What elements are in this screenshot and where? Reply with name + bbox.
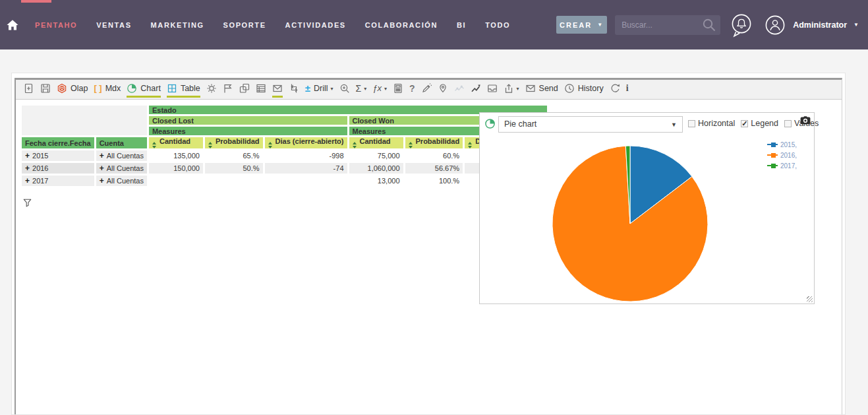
expand-cuenta-2017[interactable]: +All Cuentas [96,176,147,186]
checkbox-horizontal[interactable] [688,120,695,127]
toolbar-table-button[interactable]: Table [167,83,200,98]
new-report-icon [24,83,34,94]
pivot-cell: 150,000 [149,163,203,174]
pivot-measure-column-header[interactable]: Cantidad [349,137,403,148]
toolbar-sparkline-button [454,83,465,98]
toolbar-copy-button[interactable] [239,83,250,98]
table-icon [167,83,177,94]
filter-funnel-icon[interactable] [23,198,32,210]
toolbar-sigma-button[interactable]: Σ▾ [356,83,367,98]
toolbar-question-button[interactable]: ? [409,83,415,98]
pivot-cell: 1,060,000 [349,163,403,174]
chart-option-label: Horizontal [698,119,735,128]
zoom-in-icon [339,83,350,94]
expand-year-2017[interactable]: +2017 [22,176,94,186]
copy-icon [239,83,250,94]
toolbar-new-report-button[interactable] [24,83,34,98]
list-icon [256,83,266,94]
toolbar-zoom-in-button[interactable] [339,83,350,98]
chevron-down-icon: ▾ [517,86,519,92]
pivot-cell [149,176,203,186]
pie-chart [480,135,815,303]
sort-icon [409,142,413,148]
toolbar-save-button[interactable] [40,83,51,98]
chart-option-legend[interactable]: Legend [741,119,778,128]
legend-swatch [771,143,776,147]
pivot-measures-header: Measures [149,127,347,135]
toolbar-mail-button[interactable] [272,83,283,98]
pivot-measure-column-header[interactable]: Dias (cierre-abierto) [265,137,347,148]
top-navigation: PENTAHOVENTASMARKETINGSOPORTEACTIVIDADES… [0,0,868,49]
sort-icon [152,142,156,148]
toolbar-export-button[interactable]: ▾ [504,83,519,98]
toolbar-trend-button[interactable] [471,83,481,98]
toolbar-pencil-button[interactable] [421,83,432,98]
chart-option-horizontal[interactable]: Horizontal [688,119,735,128]
toolbar-calculator-button[interactable] [393,83,403,98]
home-icon[interactable] [6,19,19,31]
toolbar-gear-button[interactable] [206,83,217,98]
pivot-cell: 60.% [405,150,463,161]
nav-menu: PENTAHOVENTASMARKETINGSOPORTEACTIVIDADES… [35,21,510,29]
nav-item-todo[interactable]: TODO [485,21,510,29]
user-profile-icon[interactable] [763,13,787,37]
expand-year-2016[interactable]: +2016 [22,163,94,174]
toolbar-mdx-button[interactable]: [ ]Mdx [94,83,121,98]
pivot-measure-column-header[interactable]: Probabilidad [205,137,263,148]
legend-swatch [771,153,776,158]
panel-resize-handle[interactable] [807,296,813,302]
drill-icon: ± [305,83,310,94]
question-icon: ? [409,83,415,94]
toolbar-refresh-button[interactable] [610,83,620,98]
toolbar-map-pin-button[interactable] [438,83,448,98]
chevron-down-icon: ▼ [597,22,604,28]
toolbar-inbox-button[interactable] [487,83,498,98]
expand-cuenta-2015[interactable]: +All Cuentas [96,150,147,161]
nav-item-ventas[interactable]: VENTAS [96,21,131,29]
pivot-workspace: Olap[ ]MdxChartTable±Drill▾Σ▾ƒx▾?▾SendHi… [14,78,842,414]
user-menu-chevron-icon[interactable]: ▼ [854,22,859,28]
toolbar-label: Send [539,84,558,93]
nav-item-bi[interactable]: BI [457,21,466,29]
toolbar-info-button[interactable]: i [626,83,629,98]
transpose-icon [289,83,299,94]
create-button[interactable]: CREAR ▼ [556,16,607,34]
toolbar-list-button[interactable] [256,83,266,98]
toolbar-send-button[interactable]: Send [525,83,558,98]
toolbar-chart-button[interactable]: Chart [127,83,161,98]
nav-item-soporte[interactable]: SOPORTE [223,21,266,29]
pivot-measure-column-header[interactable]: Cantidad [149,137,203,148]
refresh-icon [610,83,620,94]
chart-type-select[interactable]: Pie chart ▼ [498,116,683,133]
pivot-measure-column-header[interactable]: Probabilidad [405,137,463,148]
toolbar-history-button[interactable]: History [564,83,604,98]
pivot-cell: -998 [265,150,347,161]
nav-item-pentaho[interactable]: PENTAHO [35,21,77,29]
mdx-icon: [ ] [94,83,101,94]
olap-icon [57,83,67,94]
nav-item-actividades[interactable]: ACTIVIDADES [285,21,346,29]
pivot-cell: 75,000 [349,150,403,161]
nav-item-marketing[interactable]: MARKETING [151,21,204,29]
toolbar-label: Table [181,84,200,93]
export-icon [504,83,514,94]
user-name[interactable]: Administrator [793,20,847,30]
expand-cuenta-2016[interactable]: +All Cuentas [96,163,147,174]
create-button-label: CREAR [560,21,592,29]
pivot-cell: 100.% [405,176,463,186]
chevron-down-icon: ▾ [364,86,366,92]
search-icon[interactable] [702,18,716,35]
toolbar-transpose-button[interactable] [289,83,299,98]
checkbox-values[interactable] [784,120,792,127]
camera-snapshot-icon[interactable] [800,115,811,127]
checkbox-legend[interactable] [741,120,748,127]
toolbar-fx-button[interactable]: ƒx▾ [372,83,387,98]
legend-item-2016: 2016, [767,150,797,160]
notifications-bell-icon[interactable] [730,13,754,38]
toolbar-flag-button[interactable] [223,83,233,98]
toolbar-drill-button[interactable]: ±Drill▾ [305,83,333,98]
toolbar: Olap[ ]MdxChartTable±Drill▾Σ▾ƒx▾?▾SendHi… [16,80,842,100]
nav-item-colaboración[interactable]: COLABORACIÓN [365,21,438,29]
toolbar-olap-button[interactable]: Olap [57,83,88,98]
expand-year-2015[interactable]: +2015 [22,150,94,161]
